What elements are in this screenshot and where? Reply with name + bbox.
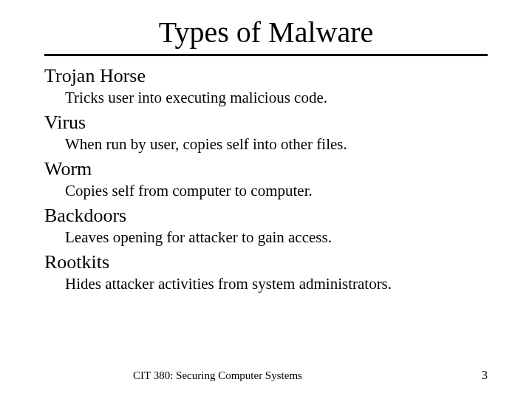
term: Trojan Horse bbox=[44, 65, 488, 87]
content-list: Trojan Horse Tricks user into executing … bbox=[44, 65, 488, 293]
term: Worm bbox=[44, 158, 488, 180]
term: Rootkits bbox=[44, 251, 488, 273]
definition: Copies self from computer to computer. bbox=[65, 182, 488, 200]
term: Virus bbox=[44, 112, 488, 134]
slide-footer: CIT 380: Securing Computer Systems 3 bbox=[0, 368, 532, 383]
footer-page-number: 3 bbox=[482, 368, 488, 383]
definition: Leaves opening for attacker to gain acce… bbox=[65, 228, 488, 247]
term: Backdoors bbox=[44, 205, 488, 227]
definition: When run by user, copies self into other… bbox=[65, 135, 488, 154]
footer-course-label: CIT 380: Securing Computer Systems bbox=[133, 369, 302, 382]
definition: Hides attacker activities from system ad… bbox=[65, 275, 488, 293]
title-divider bbox=[44, 54, 488, 56]
definition: Tricks user into executing malicious cod… bbox=[65, 89, 488, 107]
slide-title: Types of Malware bbox=[44, 15, 488, 50]
